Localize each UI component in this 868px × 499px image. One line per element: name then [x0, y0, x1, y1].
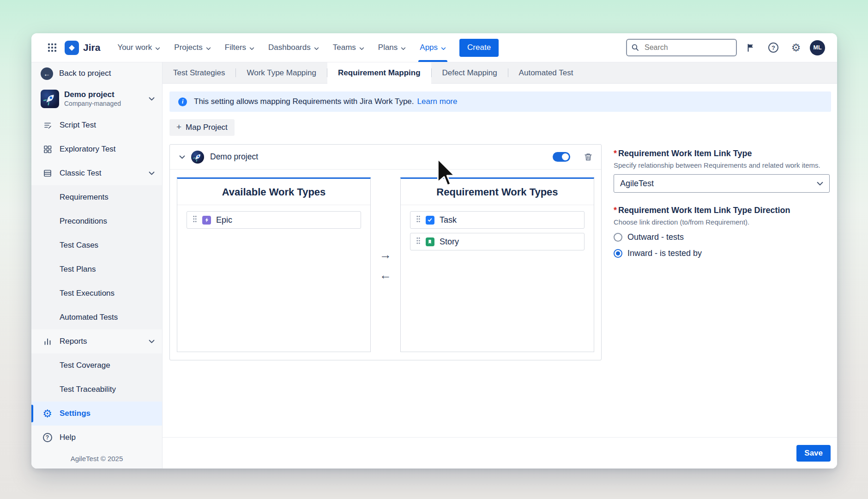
settings-button[interactable]: ⚙	[787, 39, 805, 56]
sidebar-item-reports[interactable]: Reports	[31, 329, 162, 353]
sidebar-item-test-coverage[interactable]: Test Coverage	[31, 353, 162, 377]
plus-icon: +	[176, 122, 181, 132]
transfer-arrows: → ←	[371, 177, 400, 352]
sidebar-item-test-cases[interactable]: Test Cases	[31, 233, 162, 257]
search-icon	[631, 43, 639, 53]
project-enabled-toggle[interactable]	[553, 152, 570, 162]
tab-requirement-mapping[interactable]: Requirement Mapping	[327, 62, 431, 83]
notifications-button[interactable]	[742, 39, 760, 56]
move-left-icon[interactable]: ←	[380, 269, 392, 281]
jira-logo-icon[interactable]	[65, 41, 79, 55]
move-right-icon[interactable]: →	[380, 249, 392, 261]
nav-plans[interactable]: Plans	[371, 33, 413, 62]
work-type-label: Epic	[216, 215, 232, 225]
nav-filters[interactable]: Filters	[218, 33, 261, 62]
nav-projects-label: Projects	[174, 43, 202, 52]
project-mapping-panel: Demo project Available Work Types	[169, 144, 602, 360]
tab-automated-test[interactable]: Automated Test	[508, 62, 584, 83]
radio-option-outward[interactable]: Outward - tests	[614, 232, 830, 242]
sidebar-item-requirements[interactable]: Requirements	[31, 185, 162, 209]
tab-work-type-mapping[interactable]: Work Type Mapping	[236, 62, 327, 83]
nav-your-work[interactable]: Your work	[110, 33, 167, 62]
exploratory-test-icon	[42, 144, 53, 155]
sidebar-item-test-plans[interactable]: Test Plans	[31, 257, 162, 281]
sidebar-item-automated-tests[interactable]: Automated Tests	[31, 305, 162, 329]
epic-icon	[202, 216, 211, 225]
jira-logo-text[interactable]: Jira	[83, 42, 100, 53]
sidebar-item-settings[interactable]: ⚙ Settings	[31, 402, 162, 426]
sidebar-item-exploratory-test[interactable]: Exploratory Test	[31, 137, 162, 161]
project-avatar	[191, 151, 204, 164]
work-type-label: Story	[440, 237, 459, 247]
app-grid-icon	[48, 43, 56, 52]
back-to-project-button[interactable]: ← Back to project	[31, 62, 162, 85]
sidebar-item-script-test[interactable]: Script Test	[31, 113, 162, 137]
main-area: Test Strategies Work Type Mapping Requir…	[163, 62, 837, 469]
sidebar-item-test-traceability[interactable]: Test Traceability	[31, 377, 162, 402]
drag-handle-icon[interactable]	[193, 215, 197, 225]
requirement-work-types-title: Requirement Work Types	[401, 179, 594, 205]
radio-selected-icon[interactable]	[614, 249, 622, 258]
trash-icon	[584, 152, 593, 162]
help-button[interactable]: ?	[765, 39, 782, 56]
window-body: ← Back to project Demo project Company-m…	[31, 62, 837, 469]
sidebar-item-label: Requirements	[60, 193, 108, 202]
tab-label: Automated Test	[519, 68, 573, 78]
radio-unselected-icon[interactable]	[614, 233, 622, 242]
nav-projects[interactable]: Projects	[167, 33, 217, 62]
link-type-selected-value: AgileTest	[620, 179, 654, 189]
sidebar-item-label: Help	[60, 433, 76, 442]
chevron-down-icon	[314, 43, 319, 53]
link-type-select[interactable]: AgileTest	[614, 174, 830, 193]
radio-option-inward[interactable]: Inward - is tested by	[614, 249, 830, 258]
nav-filters-label: Filters	[225, 43, 246, 52]
help-icon: ?	[768, 43, 778, 53]
sidebar-item-preconditions[interactable]: Preconditions	[31, 209, 162, 233]
sidebar-item-label: Script Test	[60, 121, 96, 130]
delete-mapping-button[interactable]	[584, 152, 593, 162]
search-field	[626, 39, 737, 56]
top-navigation: Jira Your work Projects Filters Dashboar…	[31, 33, 837, 62]
tab-defect-mapping[interactable]: Defect Mapping	[432, 62, 508, 83]
link-settings-panel: *Requirement Work Item Link Type Specify…	[614, 144, 830, 258]
back-arrow-icon: ←	[41, 67, 53, 80]
sidebar-item-test-executions[interactable]: Test Executions	[31, 281, 162, 305]
nav-apps[interactable]: Apps	[413, 33, 453, 62]
work-type-item-task[interactable]: Task	[410, 211, 585, 229]
nav-teams[interactable]: Teams	[326, 33, 371, 62]
link-direction-group: *Requirement Work Item Link Type Directi…	[614, 206, 830, 258]
project-switcher[interactable]: Demo project Company-managed	[31, 85, 162, 113]
work-type-item-epic[interactable]: Epic	[187, 211, 361, 229]
chevron-down-icon	[249, 43, 254, 53]
desktop-background: Jira Your work Projects Filters Dashboar…	[0, 0, 868, 499]
save-button[interactable]: Save	[796, 445, 831, 462]
learn-more-link[interactable]: Learn more	[417, 97, 458, 106]
map-project-button[interactable]: + Map Project	[169, 119, 235, 136]
create-button[interactable]: Create	[459, 39, 499, 57]
sidebar-item-classic-test[interactable]: Classic Test	[31, 161, 162, 185]
collapse-chevron-icon[interactable]	[179, 155, 185, 159]
map-project-label: Map Project	[186, 123, 228, 132]
tab-test-strategies[interactable]: Test Strategies	[163, 62, 235, 83]
search-input[interactable]	[626, 39, 737, 56]
sidebar-item-label: Exploratory Test	[60, 145, 116, 154]
nav-dashboards[interactable]: Dashboards	[261, 33, 326, 62]
requirement-work-types-box: Requirement Work Types Task	[400, 177, 594, 352]
reports-icon	[42, 336, 53, 347]
required-asterisk: *	[614, 149, 617, 158]
nav-right-cluster: ? ⚙ ML	[626, 39, 825, 56]
tab-label: Requirement Mapping	[338, 68, 421, 78]
link-direction-hint: Choose link direction (to/from Requireme…	[614, 218, 830, 226]
info-banner: i This setting allows mapping Requiremen…	[169, 91, 831, 112]
back-arrow-glyph: ←	[43, 70, 50, 78]
sidebar-item-label: Classic Test	[60, 169, 101, 178]
user-avatar[interactable]: ML	[810, 40, 825, 55]
sidebar-item-label: Test Coverage	[60, 361, 110, 370]
sidebar-item-help[interactable]: ? Help	[31, 426, 162, 450]
work-type-item-story[interactable]: Story	[410, 233, 585, 250]
project-panel-header: Demo project	[170, 145, 601, 170]
radio-label: Outward - tests	[627, 232, 684, 242]
app-switcher-button[interactable]	[43, 39, 61, 56]
drag-handle-icon[interactable]	[416, 215, 421, 225]
drag-handle-icon[interactable]	[416, 237, 421, 247]
